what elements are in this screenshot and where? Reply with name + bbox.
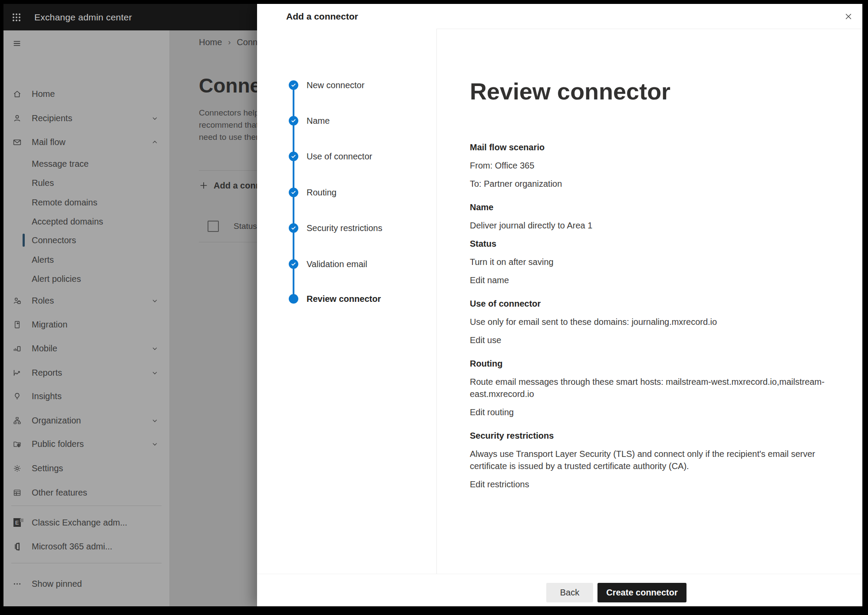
sidebar-item-label: Message trace [32,159,89,169]
select-all-checkbox[interactable] [208,221,219,232]
close-button[interactable] [842,10,855,23]
sidebar-item-label: Reports [32,368,62,378]
review-text: Deliver journal directly to Area 1 [470,219,843,231]
home-icon [12,89,22,99]
chevron-down-icon [151,297,158,304]
org-chart-icon [12,416,22,425]
wizard-step-review-connector[interactable]: Review connector [257,294,436,304]
step-current-icon [289,294,298,304]
sidebar-item-label: Insights [32,391,62,401]
sidebar-item-alert-policies[interactable]: Alert policies [3,269,169,288]
app-title: Exchange admin center [34,12,132,23]
hamburger-menu-button[interactable] [3,34,169,53]
sidebar-item-mobile[interactable]: Mobile [3,339,169,358]
sidebar-item-other-features[interactable]: Other features [3,483,169,502]
sidebar-item-label: Show pinned [32,579,82,589]
sidebar-item-rules[interactable]: Rules [3,173,169,192]
step-complete-icon [289,152,298,161]
review-section-heading: Security restrictions [470,430,843,442]
sidebar-item-migration[interactable]: Migration [3,315,169,334]
review-section-heading: Routing [470,357,843,370]
wizard-step-security-restrictions[interactable]: Security restrictions [257,223,436,233]
sidebar-item-roles[interactable]: Roles [3,291,169,310]
selected-indicator [23,234,25,247]
wizard-step-validation-email[interactable]: Validation email [257,259,436,269]
roles-icon [12,296,22,305]
sidebar-item-microsoft-365-admin[interactable]: Microsoft 365 admi... [3,537,169,556]
review-section-heading: Use of connector [470,298,843,310]
sidebar-item-accepted-domains[interactable]: Accepted domains [3,212,169,231]
step-complete-icon [289,188,298,197]
sidebar-item-classic-exchange-admin[interactable]: E Classic Exchange adm... [3,513,169,532]
sidebar-item-label: Settings [32,463,63,473]
review-section-heading: Mail flow scenario [470,141,843,153]
sidebar-item-label: Migration [32,320,67,330]
page-description-line: Connectors help [199,107,259,119]
line-chart-icon [12,368,22,377]
sidebar-item-remote-domains[interactable]: Remote domains [3,193,169,212]
back-button[interactable]: Back [546,583,593,602]
review-text: Use only for email sent to these domains… [470,316,843,328]
sidebar-item-settings[interactable]: Settings [3,459,169,478]
wizard-step-label: Use of connector [307,152,372,162]
review-section-heading: Name [470,201,843,213]
sidebar-item-label: Mail flow [32,137,66,147]
wizard-step-new-connector[interactable]: New connector [257,80,436,90]
wizard-step-name[interactable]: Name [257,116,436,126]
sidebar-item-home[interactable]: Home [3,84,169,103]
page-description-line: recommend that [199,119,259,131]
chevron-down-icon [151,417,158,424]
sidebar-item-message-trace[interactable]: Message trace [3,154,169,173]
edit-use-link[interactable]: Edit use [470,334,501,346]
review-text: From: Office 365 [470,159,843,172]
lightbulb-icon [12,391,22,401]
step-complete-icon [289,259,298,269]
page-description: Connectors help recommend that need to u… [199,107,259,143]
app-launcher-waffle-icon[interactable] [11,12,22,23]
sidebar-item-recipients[interactable]: Recipients [3,109,169,128]
sidebar-item-label: Other features [32,488,87,498]
sidebar-item-label: Connectors [32,235,76,245]
wizard-step-label: Security restrictions [307,223,383,233]
sidebar-item-label: Organization [32,416,81,426]
sidebar-item-label: Microsoft 365 admi... [32,542,112,552]
classic-exchange-logo-icon: E [12,518,22,527]
status-column-header: Status [234,222,257,231]
sidebar-item-label: Classic Exchange adm... [32,518,127,528]
sidebar-item-label: Remote domains [32,198,97,208]
breadcrumb-home-link[interactable]: Home [199,37,222,47]
page-description-line: need to use ther [199,131,259,143]
sidebar-item-insights[interactable]: Insights [3,387,169,406]
create-connector-button[interactable]: Create connector [597,583,686,602]
plus-icon [199,181,208,190]
step-complete-icon [289,80,298,90]
edit-name-link[interactable]: Edit name [470,274,509,286]
sidebar-item-connectors[interactable]: Connectors [3,231,169,250]
sidebar-item-label: Alerts [32,255,54,265]
wizard-step-label: Review connector [307,294,381,304]
sidebar-item-show-pinned[interactable]: Show pinned [3,574,169,593]
review-title: Review connector [470,78,843,105]
review-content: Review connector Mail flow scenario From… [437,29,862,574]
edit-routing-link[interactable]: Edit routing [470,406,514,418]
sidebar-item-label: Accepted domains [32,217,103,227]
wizard-step-routing[interactable]: Routing [257,187,436,198]
sidebar-item-label: Public folders [32,439,84,449]
close-icon [844,12,853,21]
ellipsis-icon [12,579,22,589]
sidebar-item-mail-flow[interactable]: Mail flow [3,132,169,152]
chevron-up-icon [151,139,158,145]
wizard-step-label: Name [307,116,330,126]
review-text: Route email messages through these smart… [470,376,843,400]
sidebar-item-organization[interactable]: Organization [3,411,169,430]
breadcrumb-chevron-icon: › [228,38,231,47]
wizard-step-use-of-connector[interactable]: Use of connector [257,151,436,162]
sidebar-item-public-folders[interactable]: Public folders [3,434,169,453]
sidebar-item-reports[interactable]: Reports [3,363,169,382]
sidebar-item-label: Rules [32,178,54,188]
edit-restrictions-link[interactable]: Edit restrictions [470,478,529,490]
envelope-icon [12,137,22,147]
hamburger-icon [12,39,22,48]
sidebar-item-alerts[interactable]: Alerts [3,250,169,269]
chevron-down-icon [151,345,158,352]
